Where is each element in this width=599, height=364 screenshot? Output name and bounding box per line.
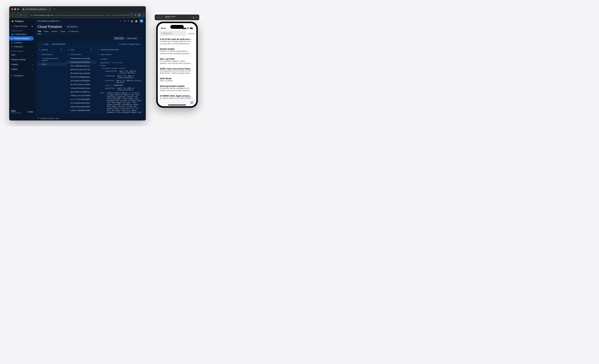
sim-min[interactable] (159, 17, 160, 18)
home-crumb-icon[interactable]: ⌂ (39, 43, 41, 45)
home-indicator[interactable] (168, 105, 186, 105)
whatsnew-icon[interactable]: ▣ (131, 20, 133, 22)
tab-usage[interactable]: Usage (60, 30, 65, 34)
document-item[interactable]: MI4YkmGOlapw7aLWVyDZ (67, 71, 96, 75)
document-item[interactable]: w5z7CXDqGAeuuKOe1MuJ (67, 101, 96, 105)
sidebar-item-extensions[interactable]: ✦Extensions (9, 45, 35, 49)
document-item[interactable]: 243ee9h6kpv7Zzdxdo9D (67, 57, 96, 61)
add-field-button[interactable]: ＋Add field (96, 57, 143, 61)
sim-home-icon[interactable]: ⌂ (190, 17, 191, 18)
field-startTime[interactable]: startTime:April 24, 2024 at 4:55:31 PM U… (96, 79, 143, 84)
col-menu-icon[interactable]: ⋮ (140, 49, 142, 51)
nav-reload[interactable]: ⟳ (20, 14, 23, 16)
start-collection-button[interactable]: ＋Start collection (96, 52, 143, 57)
data-menu-icon[interactable]: ⋮ (139, 37, 143, 39)
collapse-sidebar[interactable]: ‹ (9, 116, 35, 121)
field-fvs[interactable]: ▾ firestore-vector-search (96, 67, 143, 70)
field-completeTime[interactable]: completeTime:April 24, 2024 at 4:55:31 P… (96, 70, 143, 75)
nav-back[interactable]: ← (11, 14, 14, 16)
compose-icon[interactable] (190, 101, 194, 104)
document-item[interactable]: vzsrfrTsa6thBSpapN6l (67, 97, 96, 101)
document-item[interactable]: OUJsdQa6vLV4T8IqR6ak (67, 79, 96, 83)
category-build[interactable]: Build⌄ (9, 52, 35, 57)
site-info-icon[interactable]: ⊟ (30, 14, 32, 16)
project-selector[interactable]: pfr-codelab-fvs-mobile-01 ▾ (38, 20, 60, 22)
user-avatar[interactable] (140, 19, 143, 23)
collection-item[interactable]: notes› (38, 62, 67, 66)
document-item[interactable]: y26jksfYBSd83Rv30sWY (67, 109, 96, 112)
more-in-cloud[interactable]: ☁ More in Google Cloud ⌄ (119, 43, 141, 45)
sidebar-item-authentication[interactable]: 👥Authentication (9, 32, 35, 36)
document-item[interactable]: kbJJPFafXmb5utuCFWOx (67, 83, 96, 86)
sim-screenshot-icon[interactable]: ◧ (193, 17, 194, 18)
new-tab-button[interactable]: + (53, 8, 56, 10)
notes-list[interactable]: A lot of the code we write has to de… A … (158, 37, 196, 101)
help-icon[interactable]: ? (128, 20, 129, 22)
document-item[interactable]: 6ZDaUg9t4VO5lbPREAIL› (67, 61, 96, 64)
query-builder-button[interactable]: Query builder (125, 37, 139, 40)
address-bar[interactable]: ⊟ console.firebase.google.com/project/pf… (28, 13, 130, 17)
profile-avatar[interactable] (138, 14, 141, 17)
modify-plan-button[interactable]: Modify (28, 111, 33, 113)
firebase-logo[interactable]: Firebase (9, 18, 35, 24)
tab-indexes[interactable]: Indexes (51, 30, 57, 34)
notifications-icon[interactable]: 🔔 (135, 20, 138, 22)
field-status[interactable]: ▾ status (96, 64, 143, 67)
field-createTime[interactable]: createTime:April 24, 2024 at 4:55:21 PM … (96, 75, 143, 79)
maximize-window[interactable] (17, 8, 19, 10)
collapse-icon[interactable]: ▾ (101, 67, 102, 69)
crumb-notes[interactable]: notes (44, 43, 48, 45)
filter-icon[interactable]: ⇅ (61, 49, 62, 51)
note-item[interactable]: Hey! I am Peter I'm a software engineer,… (158, 57, 196, 66)
tab-data[interactable]: Data (38, 30, 41, 34)
tab-rules[interactable]: Rules (44, 30, 49, 34)
tab-extensions[interactable]: ✦Extensions (68, 30, 79, 34)
col-menu-icon[interactable]: ⋮ (93, 49, 95, 51)
minimize-window[interactable] (14, 8, 16, 10)
browser-tab[interactable]: pfr-codelab-fvs-mobile-01 - × (21, 7, 52, 12)
note-item[interactable]: About generative models Generative artif… (158, 84, 196, 94)
note-item[interactable]: Swift's new concurrency features… As Dou… (158, 66, 196, 76)
add-document-button[interactable]: ＋Add document (67, 52, 96, 57)
document-item[interactable]: tVKnHcjvwlnhOoe09VB3 (67, 94, 96, 97)
category-engage[interactable]: Engage⌄ (9, 67, 35, 71)
theme-toggle-icon[interactable]: ☼ (120, 20, 122, 22)
document-item[interactable]: OSGYXPF4F2K6NWmS3Rbh (67, 75, 96, 79)
note-item[interactable]: Gemini models Gemini is a family of gene… (158, 47, 196, 56)
close-tab-icon[interactable]: × (49, 8, 50, 10)
document-item[interactable]: wHaeorE0CIedtWaCIBMr (67, 105, 96, 109)
sim-share-icon[interactable]: ⇪ (196, 17, 197, 18)
note-item[interactable]: Hello World How is it going? › (158, 76, 196, 84)
field-state[interactable]: state:"COMPLETED" (96, 84, 143, 87)
close-window[interactable] (11, 8, 13, 10)
document-item[interactable]: qWzv0FyKTqYl0wR8YaCc (67, 90, 96, 94)
settings-gear-icon[interactable]: ⚙ (31, 25, 33, 27)
field-updateTime[interactable]: updateTime:April 24, 2024 at 4:55:31 PM … (96, 87, 143, 92)
nav-forward[interactable]: → (15, 14, 18, 16)
sim-max[interactable] (161, 17, 163, 18)
sidebar-item-functions[interactable]: (·)Functions (9, 41, 35, 45)
project-overview-row[interactable]: ⌂Project Overview ⚙ (9, 24, 35, 28)
bookmark-icon[interactable]: ☆ (131, 14, 133, 16)
sidebar-item-firestore[interactable]: ≋Firestore Database (9, 36, 34, 41)
extensions-icon[interactable]: ⧉ (135, 14, 136, 16)
start-collection-button[interactable]: ＋Start collection (38, 52, 67, 57)
spark-icon[interactable]: ✦ (124, 20, 126, 22)
category-release[interactable]: Release & Monitor⌄ (9, 57, 35, 62)
document-item[interactable]: EB2Yh9xw1S6ecCBlC7Ae (67, 68, 96, 71)
cancel-button[interactable]: Cancel (187, 32, 194, 35)
search-input[interactable]: Search (159, 31, 186, 36)
nav-home[interactable]: ⌂ (24, 14, 27, 16)
field-text[interactable]: text: "Gemini models Gemini is a family … (96, 92, 143, 113)
add-database-button[interactable]: Add database (64, 25, 80, 29)
sim-close[interactable] (157, 17, 158, 18)
collapse-icon[interactable]: ▾ (98, 65, 99, 67)
collection-item[interactable]: _firestore-vector-search (38, 57, 67, 62)
browser-menu-icon[interactable]: ⋮ (142, 14, 144, 16)
category-analytics[interactable]: Analytics⌄ (9, 62, 35, 67)
document-item[interactable]: CMucncMB0a6mtHuoD2ji (67, 64, 96, 68)
panel-view-button[interactable]: Panel view (113, 37, 125, 40)
filter-icon[interactable]: ⇅ (90, 49, 92, 51)
col-menu-icon[interactable]: ⋮ (63, 49, 65, 51)
note-item[interactable]: A lot of the code we write has to de… A … (158, 37, 196, 47)
